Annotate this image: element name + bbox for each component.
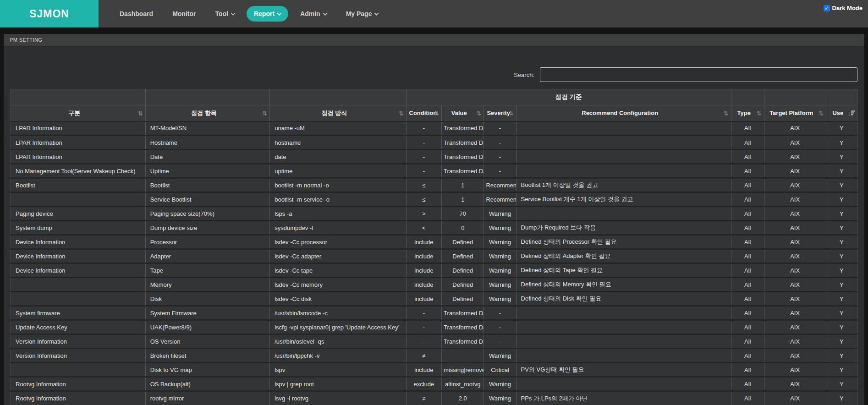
table-cell: PPs 가 LPs의 2배가 아닌	[516, 391, 731, 405]
table-cell: All	[731, 278, 764, 292]
panel-title: PM SETTING	[10, 37, 42, 43]
nav-item-tool[interactable]: Tool	[208, 6, 242, 22]
table-cell: Y	[826, 121, 857, 136]
table-cell: uptime	[270, 164, 406, 178]
sort-desc-icon: ↓	[848, 109, 855, 116]
column-header-recommend-configuration[interactable]: Recommend Configuration⇅	[516, 105, 731, 121]
search-input[interactable]	[540, 67, 857, 82]
table-cell: include	[406, 249, 442, 263]
table-cell: Y	[826, 192, 857, 207]
table-cell: All	[731, 249, 764, 263]
table-cell: lsdev -Cc disk	[270, 292, 406, 306]
dark-mode-checkbox[interactable]: ✓	[824, 5, 830, 11]
main-nav: DashboardMonitorToolReportAdminMy Page	[99, 0, 385, 27]
nav-item-admin[interactable]: Admin	[293, 6, 334, 22]
table-cell: Warning	[484, 292, 516, 306]
table-cell: Warning	[484, 207, 516, 221]
table-cell: lspv	[270, 363, 406, 377]
table-cell: ≤	[406, 178, 442, 192]
nav-item-label: Monitor	[172, 10, 196, 17]
nav-item-monitor[interactable]: Monitor	[165, 6, 203, 22]
column-header-점검-방식[interactable]: 점검 방식⇅	[270, 105, 406, 121]
table-cell: bootlist -m service -o	[270, 192, 406, 207]
nav-item-my-page[interactable]: My Page	[339, 6, 386, 22]
dark-mode-toggle[interactable]: ✓ Dark Mode	[824, 5, 863, 11]
column-header-type[interactable]: Type⇅	[731, 105, 764, 121]
table-row: Disk to VG maplspvincludemissing|removed…	[11, 363, 857, 377]
table-cell	[516, 164, 731, 178]
table-row: LPAR InformationDatedate-Transformed Dat…	[11, 150, 857, 164]
table-cell: All	[731, 349, 764, 363]
table-cell: AIX	[764, 221, 826, 235]
table-cell: -	[406, 306, 442, 320]
column-header-구분[interactable]: 구분⇅	[11, 105, 146, 121]
table-cell: AIX	[764, 207, 826, 221]
table-cell: Y	[826, 377, 857, 391]
table-cell: All	[731, 292, 764, 306]
table-cell: All	[731, 136, 764, 150]
table-cell: Disk	[145, 292, 270, 306]
table-cell: Defined 상태의 Memory 확인 필요	[516, 278, 731, 292]
table-cell: Recommend	[484, 192, 516, 207]
table-cell: /usr/bin/lppchk -v	[270, 349, 406, 363]
table-cell: -	[406, 136, 442, 150]
table-cell	[516, 377, 731, 391]
table-cell: lsdev -Cc memory	[270, 278, 406, 292]
table-cell: AIX	[764, 249, 826, 263]
table-cell: -	[406, 150, 442, 164]
table-cell: Y	[826, 207, 857, 221]
table-cell: Rootvg Information	[11, 377, 146, 391]
table-cell: MT-Model/SN	[145, 121, 270, 136]
column-header-condition[interactable]: Condition⇅	[406, 105, 442, 121]
table-cell: lsvg -l rootvg	[270, 391, 406, 405]
table-cell: Service Bootlist	[145, 192, 270, 207]
table-cell: Uptime	[145, 164, 270, 178]
sort-both-icon: ⇅	[724, 109, 729, 116]
table-row: Disklsdev -Cc diskincludeDefinedWarningD…	[11, 292, 857, 306]
table-cell	[516, 121, 731, 136]
table-cell: Y	[826, 263, 857, 278]
table-cell: System firmware	[11, 306, 146, 320]
column-header-target-platform[interactable]: Target Platform⇅	[764, 105, 826, 121]
app-logo[interactable]: SJMON	[0, 0, 99, 27]
column-header-label: Use	[832, 109, 843, 116]
nav-item-dashboard[interactable]: Dashboard	[112, 6, 160, 22]
table-cell: -	[484, 306, 516, 320]
table-cell: -	[406, 164, 442, 178]
table-row: Device InformationAdapterlsdev -Cc adapt…	[11, 249, 857, 263]
column-header-use[interactable]: Use↓	[826, 105, 857, 121]
table-cell	[516, 207, 731, 221]
table-cell: Y	[826, 221, 857, 235]
table-cell: Broken fileset	[145, 349, 270, 363]
table-cell: Bootlist	[145, 178, 270, 192]
column-header-점검-항목[interactable]: 점검 항목⇅	[145, 105, 270, 121]
column-header-value[interactable]: Value⇅	[442, 105, 484, 121]
search-row: Search:	[4, 67, 864, 82]
nav-item-report[interactable]: Report	[247, 6, 288, 22]
table-row: System dumpDump device sizesysdumpdev -l…	[11, 221, 857, 235]
column-header-severity[interactable]: Severity⇅	[484, 105, 516, 121]
table-cell: -	[484, 334, 516, 349]
table-cell: 2.0	[442, 391, 484, 405]
table-cell: include	[406, 278, 442, 292]
column-header-label: Target Platform	[769, 109, 813, 116]
table-cell: Y	[826, 349, 857, 363]
table-cell: include	[406, 363, 442, 377]
sort-both-icon: ⇅	[434, 109, 439, 116]
table-row: System firmwareSystem Firmware/usr/sbin/…	[11, 306, 857, 320]
table-cell	[516, 349, 731, 363]
table-cell: Dump가 Required 보다 작음	[516, 221, 731, 235]
table-cell: 70	[442, 207, 484, 221]
table-cell: Transformed Data	[442, 150, 484, 164]
table-head: 점검 기준 구분⇅점검 항목⇅점검 방식⇅Condition⇅Value⇅Sev…	[11, 89, 857, 121]
table-cell: missing|removed	[442, 363, 484, 377]
table-cell: Adapter	[145, 249, 270, 263]
nav-item-label: Tool	[215, 10, 228, 17]
table-cell: 0	[442, 221, 484, 235]
table-cell: >	[406, 207, 442, 221]
table-cell: Version Information	[11, 334, 146, 349]
table-cell: All	[731, 207, 764, 221]
header-spacer-cell	[145, 89, 270, 105]
table-cell: Y	[826, 363, 857, 377]
table-cell: All	[731, 391, 764, 405]
